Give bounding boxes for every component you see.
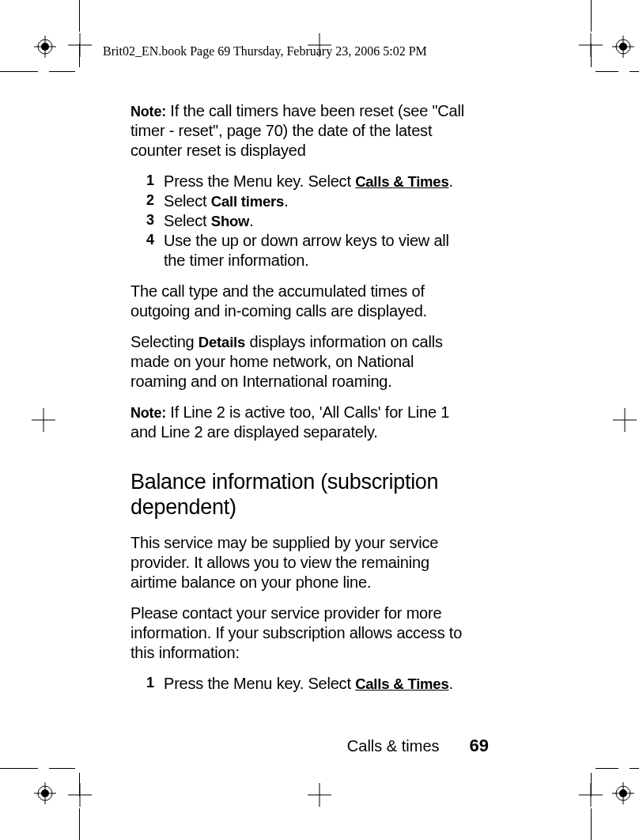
steps-list: 1 Press the Menu key. Select Calls & Tim… (146, 172, 471, 271)
note-paragraph: Note: If Line 2 is active too, 'All Call… (130, 403, 471, 442)
registration-mark-icon (612, 782, 634, 804)
note-text: If Line 2 is active too, 'All Calls' for… (130, 403, 449, 441)
step-text: Use the up or down arrow keys to view al… (164, 231, 471, 271)
body-paragraph: The call type and the accumulated times … (130, 282, 471, 321)
crop-line (0, 71, 38, 72)
step-text: Select Call timers. (164, 191, 471, 211)
page-footer: Calls & times 69 (347, 736, 489, 756)
crop-line (596, 71, 618, 72)
note-label: Note: (130, 405, 166, 421)
menu-item: Calls & Times (355, 675, 448, 692)
page-number: 69 (470, 736, 489, 756)
body-paragraph: Please contact your service provider for… (130, 604, 471, 663)
running-head: Brit02_EN.book Page 69 Thursday, Februar… (103, 44, 427, 59)
crop-line (79, 0, 80, 32)
registration-mark-icon (34, 782, 56, 804)
cross-mark-icon (308, 783, 331, 807)
step-text: Press the Menu key. Select Calls & Times… (164, 674, 471, 694)
crop-line (596, 768, 618, 769)
page-content: Note: If the call timers have been reset… (130, 101, 471, 705)
crop-line (0, 768, 38, 769)
step-number: 4 (146, 231, 164, 271)
menu-item: Calls & Times (355, 173, 448, 190)
note-paragraph: Note: If the call timers have been reset… (130, 101, 471, 161)
crop-line (591, 808, 592, 840)
crop-line (630, 768, 639, 769)
step-item: 2 Select Call timers. (146, 191, 471, 211)
cross-mark-icon (579, 783, 603, 807)
step-number: 3 (146, 211, 164, 231)
crop-line (591, 0, 592, 32)
step-item: 3 Select Show. (146, 211, 471, 231)
body-paragraph: This service may be supplied by your ser… (130, 533, 471, 592)
step-number: 1 (146, 674, 164, 694)
cross-mark-icon (68, 783, 92, 807)
step-item: 1 Press the Menu key. Select Calls & Tim… (146, 674, 471, 694)
steps-list: 1 Press the Menu key. Select Calls & Tim… (146, 674, 471, 694)
section-heading: Balance information (subscription depend… (130, 469, 471, 520)
crop-line (49, 768, 75, 769)
step-item: 1 Press the Menu key. Select Calls & Tim… (146, 172, 471, 191)
step-text: Press the Menu key. Select Calls & Times… (164, 172, 471, 191)
footer-section: Calls & times (347, 737, 440, 755)
body-paragraph: Selecting Details displays information o… (130, 332, 471, 392)
registration-mark-icon (34, 36, 56, 58)
cross-mark-icon (68, 33, 92, 57)
step-number: 1 (146, 172, 164, 191)
menu-item: Show (211, 213, 250, 229)
cross-mark-icon (613, 408, 637, 432)
cross-mark-icon (579, 33, 603, 57)
crop-line (79, 808, 80, 840)
crop-line (630, 71, 639, 72)
note-label: Note: (130, 104, 166, 119)
step-number: 2 (146, 191, 164, 211)
step-text: Select Show. (164, 211, 471, 231)
note-text: If the call timers have been reset (see … (130, 102, 464, 159)
menu-item: Details (199, 334, 245, 350)
crop-line (49, 71, 75, 72)
registration-mark-icon (612, 36, 634, 58)
cross-mark-icon (32, 408, 55, 432)
menu-item: Call timers (211, 193, 284, 210)
step-item: 4 Use the up or down arrow keys to view … (146, 231, 471, 271)
